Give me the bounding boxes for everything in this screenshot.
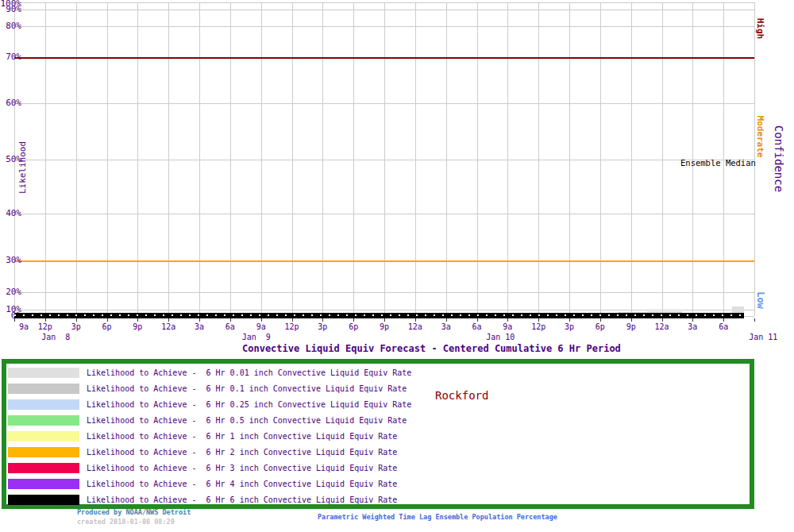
x-date-label: Jan 10 — [486, 333, 515, 341]
v-gridline — [538, 2, 539, 316]
x-tick-mark — [569, 318, 570, 322]
v-gridline — [168, 2, 169, 316]
x-tick-mark — [168, 318, 169, 322]
legend-row: Likelihood to Achieve - 6 Hr 1 inch Conv… — [6, 428, 750, 444]
confidence-zone-label-moderate: Moderate — [755, 116, 765, 158]
x-tick-label: 3a — [688, 322, 697, 331]
x-tick-mark — [507, 318, 508, 322]
x-tick-mark — [600, 318, 601, 322]
legend-label: Likelihood to Achieve - 6 Hr 0.5 inch Co… — [87, 416, 407, 425]
legend-label: Likelihood to Achieve - 6 Hr 2 inch Conv… — [87, 448, 397, 457]
x-tick-mark — [538, 318, 539, 322]
x-tick-label: 12a — [654, 322, 669, 331]
legend-swatch — [8, 384, 79, 394]
legend-swatch — [8, 368, 79, 378]
v-gridline — [507, 2, 508, 316]
y-tick-label: 80% — [0, 21, 21, 30]
method-text: Parametric Weighted Time Lag Ensemble Po… — [318, 513, 557, 521]
v-gridline — [662, 2, 663, 316]
legend-rows: Likelihood to Achieve - 6 Hr 0.01 inch C… — [6, 364, 750, 507]
legend-swatch — [8, 399, 79, 410]
legend-label: Likelihood to Achieve - 6 Hr 0.01 inch C… — [87, 368, 411, 377]
x-tick-label: 9a — [503, 322, 512, 331]
x-tick-label: 9p — [133, 322, 142, 331]
legend-swatch — [8, 463, 79, 473]
y-tick-label: 40% — [0, 209, 21, 218]
x-tick-mark — [353, 318, 354, 322]
v-gridline — [45, 2, 46, 316]
legend-label: Likelihood to Achieve - 6 Hr 0.25 inch C… — [87, 400, 411, 409]
x-tick-mark — [261, 318, 262, 322]
x-tick-label: 6a — [225, 322, 235, 331]
x-tick-label: 9a — [19, 322, 29, 331]
y-tick-label: 20% — [0, 287, 21, 296]
y-tick-label: 60% — [0, 98, 21, 107]
chart-title: Convective Liquid Equiv Forecast - Cente… — [242, 343, 621, 354]
x-date-label: Jan 9 — [242, 333, 271, 341]
legend-label: Likelihood to Achieve - 6 Hr 4 inch Conv… — [87, 480, 397, 488]
confidence-zone-label-low: Low — [755, 291, 766, 309]
x-tick-label: 12a — [408, 322, 422, 331]
v-gridline — [137, 2, 138, 316]
legend-swatch — [8, 415, 79, 426]
x-tick-label: 9p — [626, 322, 636, 331]
v-gridline — [600, 2, 601, 316]
x-tick-label: 12p — [284, 322, 299, 331]
legend-label: Likelihood to Achieve - 6 Hr 6 inch Conv… — [87, 495, 397, 504]
x-tick-mark — [292, 318, 293, 322]
legend-label: Likelihood to Achieve - 6 Hr 1 inch Conv… — [87, 432, 397, 441]
x-date-label: Jan 11 — [749, 333, 777, 341]
site-label: Rockford — [435, 389, 488, 402]
forecast-graphic-page: 0%10%20%30%40%50%60%70%80%90%100% 9a12p3… — [0, 0, 794, 532]
x-tick-label: 6p — [596, 322, 605, 331]
x-tick-mark — [199, 318, 200, 322]
created-timestamp-text: created 2018-01-08 08:29 — [77, 518, 175, 526]
legend-row: Likelihood to Achieve - 6 Hr 2 inch Conv… — [6, 444, 750, 460]
v-gridline — [230, 2, 231, 316]
legend-row: Likelihood to Achieve - 6 Hr 0.5 inch Co… — [6, 412, 750, 428]
legend-box: Likelihood to Achieve - 6 Hr 0.01 inch C… — [2, 359, 754, 509]
x-tick-mark — [446, 318, 447, 322]
y-tick-label: 70% — [0, 52, 21, 61]
x-axis-tick-dashes — [14, 314, 744, 316]
plot-area — [14, 2, 754, 316]
legend-swatch — [8, 447, 79, 457]
x-tick-mark — [322, 318, 323, 322]
y-tick-label: 30% — [0, 256, 21, 264]
legend-swatch — [8, 479, 79, 489]
legend-label: Likelihood to Achieve - 6 Hr 0.1 inch Co… — [87, 384, 407, 393]
v-gridline — [384, 2, 385, 316]
x-date-label: Jan 8 — [41, 333, 70, 341]
x-tick-label: 12p — [531, 322, 545, 331]
v-gridline — [76, 2, 77, 316]
v-gridline — [199, 2, 200, 316]
x-tick-mark — [14, 318, 15, 322]
x-tick-label: 12p — [38, 322, 52, 331]
x-tick-label: 3p — [71, 322, 81, 331]
y-tick-label: 100% — [0, 0, 21, 8]
v-gridline — [631, 2, 632, 316]
right-axis-title: Confidence — [773, 125, 785, 192]
x-tick-mark — [45, 318, 46, 322]
x-tick-label: 3p — [565, 322, 574, 331]
legend-row: Likelihood to Achieve - 6 Hr 3 inch Conv… — [6, 460, 750, 476]
x-tick-label: 3p — [318, 322, 327, 331]
x-tick-label: 3a — [441, 322, 451, 331]
x-tick-label: 3a — [195, 322, 204, 331]
confidence-zone-label-high: High — [755, 18, 765, 40]
x-tick-mark — [384, 318, 385, 322]
x-tick-label: 6a — [472, 322, 481, 331]
y-axis-title: Likelihood — [17, 141, 28, 194]
v-gridline — [292, 2, 293, 316]
legend-row: Likelihood to Achieve - 6 Hr 0.25 inch C… — [6, 396, 750, 412]
reference-line-30pct — [14, 260, 754, 262]
v-gridline — [477, 2, 478, 316]
x-tick-mark — [477, 318, 478, 322]
x-tick-mark — [230, 318, 231, 322]
x-tick-label: 6p — [102, 322, 111, 331]
x-tick-label: 6a — [719, 322, 728, 331]
legend-row: Likelihood to Achieve - 6 Hr 0.1 inch Co… — [6, 380, 750, 396]
v-gridline — [415, 2, 416, 316]
v-gridline — [261, 2, 262, 316]
x-tick-mark — [137, 318, 138, 322]
